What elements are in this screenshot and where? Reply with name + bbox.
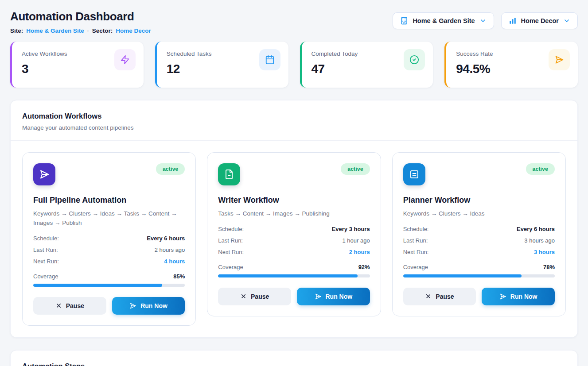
stat-card-completed-today: Completed Today 47 <box>300 42 433 88</box>
coverage-block: Coverage 85% <box>33 273 185 287</box>
calendar-icon <box>259 49 280 70</box>
next-run-label: Next Run: <box>403 249 429 255</box>
coverage-value: 92% <box>358 264 370 270</box>
send-icon <box>33 163 55 185</box>
workflow-actions: Pause Run Now <box>403 288 555 305</box>
workflow-card-top: active <box>403 163 555 185</box>
workflow-card-writer: active Writer Workflow Tasks → Content →… <box>207 152 381 316</box>
site-selector-dropdown[interactable]: Home & Garden Site <box>393 12 494 29</box>
coverage-label: Coverage <box>403 264 428 270</box>
stat-card-active-workflows: Active Workflows 3 <box>10 42 144 88</box>
steps-panel-header: Automation Steps Configure which steps a… <box>11 351 577 366</box>
workflow-cards-grid: active Full Pipeline Automation Keywords… <box>11 141 577 337</box>
run-now-button-label: Run Now <box>140 302 167 309</box>
workflow-description: Tasks → Content → Images → Publishing <box>218 209 370 219</box>
separator-dot: · <box>87 28 89 34</box>
pause-button[interactable]: Pause <box>33 297 106 315</box>
last-run-value: 3 hours ago <box>524 237 555 244</box>
page-header: Automation Dashboard Site: Home & Garden… <box>10 10 578 34</box>
next-run-row: Next Run: 4 hours <box>33 258 185 265</box>
pause-button-label: Pause <box>251 293 269 300</box>
workflows-panel-title: Automation Workflows <box>22 112 566 120</box>
workflow-card-full-pipeline: active Full Pipeline Automation Keywords… <box>22 152 196 326</box>
site-label: Site: <box>10 27 23 34</box>
last-run-label: Last Run: <box>403 237 428 244</box>
chevron-down-icon <box>563 17 570 24</box>
workflow-description: Keywords → Clusters → Ideas → Tasks → Co… <box>33 209 185 228</box>
status-badge: active <box>341 163 370 175</box>
site-link[interactable]: Home & Garden Site <box>26 27 84 34</box>
page-title: Automation Dashboard <box>10 10 151 23</box>
coverage-value: 78% <box>543 264 555 270</box>
next-run-value: 4 hours <box>164 258 185 265</box>
schedule-value: Every 3 hours <box>332 226 370 232</box>
schedule-value: Every 6 hours <box>147 235 185 242</box>
sector-selector-dropdown[interactable]: Home Decor <box>501 12 578 29</box>
next-run-label: Next Run: <box>33 258 59 265</box>
schedule-row: Schedule: Every 3 hours <box>218 226 370 232</box>
clipboard-list-icon <box>403 163 425 185</box>
coverage-progress-fill <box>33 284 162 287</box>
status-badge: active <box>156 163 185 175</box>
next-run-value: 3 hours <box>534 249 555 255</box>
check-circle-icon <box>404 49 425 70</box>
workflow-meta: Schedule: Every 3 hours Last Run: 1 hour… <box>218 226 370 255</box>
header-dropdowns: Home & Garden Site Home Decor <box>393 12 578 29</box>
x-icon <box>425 293 432 300</box>
coverage-progress-bar <box>218 274 370 277</box>
send-icon <box>549 49 570 70</box>
workflow-meta: Schedule: Every 6 hours Last Run: 2 hour… <box>33 235 185 265</box>
workflow-title: Planner Workflow <box>403 196 555 205</box>
workflow-title: Writer Workflow <box>218 196 370 205</box>
breadcrumb: Site: Home & Garden Site · Sector: Home … <box>10 27 151 34</box>
run-now-button-label: Run Now <box>510 293 537 300</box>
stats-row: Active Workflows 3 Scheduled Tasks 12 Co… <box>10 42 578 88</box>
schedule-row: Schedule: Every 6 hours <box>403 226 555 232</box>
last-run-value: 1 hour ago <box>342 237 370 244</box>
automation-dashboard-page: Automation Dashboard Site: Home & Garden… <box>0 0 588 366</box>
sector-selector-label: Home Decor <box>521 17 559 24</box>
x-icon <box>55 302 62 309</box>
header-left: Automation Dashboard Site: Home & Garden… <box>10 10 151 34</box>
coverage-block: Coverage 78% <box>403 264 555 277</box>
coverage-progress-fill <box>403 274 522 277</box>
workflow-card-top: active <box>33 163 185 185</box>
x-icon <box>240 293 247 300</box>
workflow-card-planner: active Planner Workflow Keywords → Clust… <box>392 152 566 316</box>
workflow-description: Keywords → Clusters → Ideas <box>403 209 555 219</box>
last-run-row: Last Run: 1 hour ago <box>218 237 370 244</box>
stat-card-success-rate: Success Rate 94.5% <box>444 42 578 88</box>
next-run-value: 2 hours <box>349 249 370 255</box>
workflow-title: Full Pipeline Automation <box>33 196 185 205</box>
file-text-icon <box>218 163 240 185</box>
workflows-panel-subtitle: Manage your automated content pipelines <box>22 124 566 131</box>
last-run-label: Last Run: <box>218 237 243 244</box>
schedule-label: Schedule: <box>33 235 59 242</box>
send-icon <box>315 293 322 300</box>
schedule-value: Every 6 hours <box>517 226 555 232</box>
pause-button-label: Pause <box>66 302 84 309</box>
last-run-value: 2 hours ago <box>155 247 185 253</box>
last-run-label: Last Run: <box>33 247 58 253</box>
workflow-actions: Pause Run Now <box>33 297 185 315</box>
coverage-progress-bar <box>403 274 555 277</box>
schedule-label: Schedule: <box>218 226 244 232</box>
zap-icon <box>114 49 136 70</box>
sector-link[interactable]: Home Decor <box>116 27 151 34</box>
pause-button[interactable]: Pause <box>403 288 476 305</box>
schedule-row: Schedule: Every 6 hours <box>33 235 185 242</box>
run-now-button[interactable]: Run Now <box>482 288 555 305</box>
coverage-progress-bar <box>33 284 185 287</box>
pause-button-label: Pause <box>436 293 454 300</box>
send-icon <box>129 302 136 309</box>
run-now-button[interactable]: Run Now <box>297 288 370 305</box>
run-now-button[interactable]: Run Now <box>112 297 185 315</box>
coverage-value: 85% <box>173 273 185 280</box>
sector-label: Sector: <box>92 27 113 34</box>
pause-button[interactable]: Pause <box>218 288 291 305</box>
automation-workflows-panel: Automation Workflows Manage your automat… <box>10 100 578 338</box>
last-run-row: Last Run: 2 hours ago <box>33 247 185 253</box>
status-badge: active <box>526 163 555 175</box>
coverage-block: Coverage 92% <box>218 264 370 277</box>
automation-steps-panel: Automation Steps Configure which steps a… <box>10 350 578 366</box>
